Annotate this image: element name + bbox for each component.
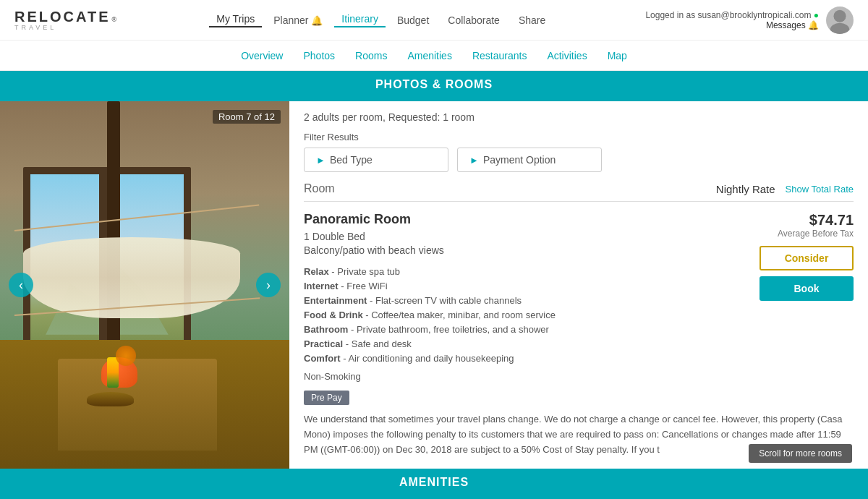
- book-button[interactable]: Book: [760, 276, 854, 301]
- logo-text: RELOCATE: [14, 9, 111, 25]
- price-block: $74.71 Average Before Tax Consider Book: [760, 212, 854, 301]
- logo-subtitle: TRAVEL: [14, 24, 116, 31]
- pre-pay-badge: Pre Pay: [304, 391, 349, 405]
- room-column-label: Room: [304, 182, 335, 195]
- sec-nav-photos[interactable]: Photos: [303, 50, 335, 61]
- sec-nav-overview[interactable]: Overview: [241, 50, 283, 61]
- photo-next-button[interactable]: ›: [256, 273, 281, 297]
- user-logged-in: Logged in as susan@brooklyntropicali.com…: [645, 10, 819, 20]
- nav-collaborate[interactable]: Collaborate: [441, 14, 507, 26]
- svg-point-0: [833, 9, 846, 22]
- payment-option-arrow: ►: [469, 155, 479, 166]
- show-total-rate[interactable]: Show Total Rate: [786, 184, 854, 195]
- nav-my-trips[interactable]: My Trips: [209, 13, 262, 27]
- bed-type-label: Bed Type: [330, 154, 373, 166]
- user-area: Logged in as susan@brooklyntropicali.com…: [645, 7, 854, 34]
- room-price: $74.71: [760, 212, 854, 229]
- svg-point-1: [830, 22, 850, 33]
- consider-button[interactable]: Consider: [760, 246, 854, 270]
- messages-link[interactable]: Messages 🔔: [645, 20, 819, 30]
- nightly-rate-label: Nightly Rate: [716, 183, 775, 195]
- payment-option-filter[interactable]: ► Payment Option: [457, 148, 602, 172]
- payment-option-label: Payment Option: [483, 154, 556, 166]
- room-request-info: 2 adults per room, Requested: 1 room: [304, 111, 854, 123]
- secondary-nav: Overview Photos Rooms Amenities Restaura…: [0, 40, 868, 71]
- user-info: Logged in as susan@brooklyntropicali.com…: [645, 10, 819, 30]
- messages-bell-icon: 🔔: [808, 20, 819, 30]
- price-subtitle: Average Before Tax: [760, 229, 854, 239]
- photo-panel: Room 7 of 12: [0, 101, 289, 469]
- sec-nav-activities[interactable]: Activities: [547, 50, 587, 61]
- sec-nav-restaurants[interactable]: Restaurants: [472, 50, 527, 61]
- non-smoking: Non-Smoking: [304, 371, 854, 382]
- sec-nav-map[interactable]: Map: [608, 50, 627, 61]
- amenities-banner: AMENITIES: [0, 469, 868, 499]
- amenity-comfort: Comfort - Air conditioning and daily hou…: [304, 353, 854, 364]
- nav-share[interactable]: Share: [511, 14, 553, 26]
- main-content: Room 7 of 12: [0, 101, 868, 469]
- bed-type-filter[interactable]: ► Bed Type: [304, 148, 448, 172]
- nav-planner[interactable]: Planner 🔔: [266, 14, 330, 26]
- scroll-indicator: Scroll for more rooms: [749, 444, 852, 463]
- nav-budget[interactable]: Budget: [390, 14, 436, 26]
- main-nav: My Trips Planner 🔔 Itinerary Budget Coll…: [209, 13, 553, 27]
- room-detail-block: $74.71 Average Before Tax Consider Book …: [304, 212, 854, 457]
- filter-section: Filter Results ► Bed Type ► Payment Opti…: [304, 132, 854, 172]
- photos-rooms-header: PHOTOS & ROOMS: [0, 71, 868, 101]
- room-photo: [0, 101, 289, 469]
- room-rate-header: Room Nightly Rate Show Total Rate: [304, 182, 854, 202]
- room-counter: Room 7 of 12: [213, 110, 281, 124]
- logo[interactable]: RELOCATE ® TRAVEL: [14, 9, 116, 31]
- sec-nav-rooms[interactable]: Rooms: [355, 50, 387, 61]
- photo-prev-button[interactable]: ‹: [9, 273, 33, 297]
- amenity-food-drink: Food & Drink - Coffee/tea maker, minibar…: [304, 310, 854, 320]
- filter-label: Filter Results: [304, 132, 854, 142]
- sec-nav-amenities[interactable]: Amenities: [407, 50, 451, 61]
- amenity-practical: Practical - Safe and desk: [304, 338, 854, 349]
- amenity-bathroom: Bathroom - Private bathroom, free toilet…: [304, 324, 854, 335]
- details-panel: 2 adults per room, Requested: 1 room Fil…: [289, 101, 868, 469]
- logo-registered: ®: [112, 16, 117, 23]
- avatar: [826, 7, 854, 34]
- online-indicator: ●: [814, 10, 819, 20]
- bed-type-arrow: ►: [316, 155, 326, 166]
- nav-itinerary[interactable]: Itinerary: [334, 13, 386, 27]
- header: RELOCATE ® TRAVEL My Trips Planner 🔔 Iti…: [0, 0, 868, 40]
